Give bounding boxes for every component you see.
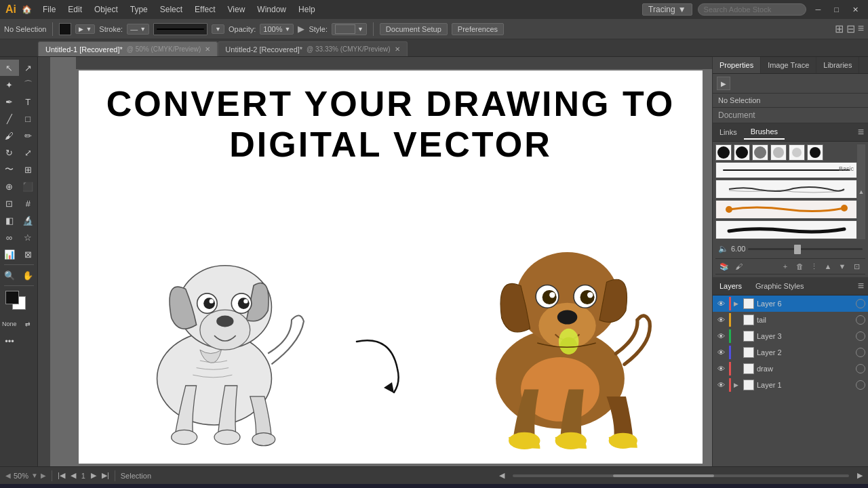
start-button[interactable]: ⊞ — [3, 485, 21, 488]
layer-expand-0[interactable]: ▶ — [734, 300, 741, 307]
canvas[interactable]: CONVERT YOUR DRAWING TO DIGITAL VECTOR — [79, 70, 703, 464]
perspective-tool[interactable]: ⊡ — [0, 195, 19, 211]
menu-type[interactable]: Type — [125, 3, 153, 16]
brush-swatch-6[interactable] — [807, 144, 823, 161]
layer-item-4[interactable]: 👁 draw — [713, 361, 868, 377]
layer-circle-5[interactable] — [856, 380, 865, 390]
properties-tab[interactable]: Properties — [713, 57, 761, 73]
scale-tool[interactable]: ⤢ — [19, 144, 38, 161]
size-thumb[interactable] — [794, 245, 801, 254]
dark-brush-preview[interactable] — [715, 220, 857, 239]
layer-circle-2[interactable] — [856, 331, 865, 341]
fill-swatch[interactable] — [59, 23, 71, 35]
search-taskbar-button[interactable]: 🔍 — [22, 485, 42, 488]
zoom-dropdown-button[interactable]: ▼ — [31, 472, 38, 479]
brush-lib-btn[interactable]: 📚 — [718, 260, 730, 272]
search-input[interactable] — [698, 3, 806, 16]
nav-first-button[interactable]: |◀ — [58, 471, 65, 480]
symbol-tool[interactable]: ☆ — [19, 229, 38, 245]
layer-item-3[interactable]: 👁 Layer 2 — [713, 344, 868, 361]
rotate-tool[interactable]: ↻ — [0, 144, 19, 161]
paintbrush-tool[interactable]: 🖌 — [0, 127, 19, 144]
layer-circle-1[interactable] — [856, 315, 865, 325]
h-scroll-thumb[interactable] — [613, 474, 714, 477]
magic-wand-tool[interactable]: ✦ — [0, 77, 19, 93]
menu-view[interactable]: View — [222, 3, 251, 16]
slice-tool[interactable]: ⊠ — [19, 246, 38, 262]
close-tab-1[interactable]: ✕ — [205, 45, 210, 53]
menu-select[interactable]: Select — [155, 3, 188, 16]
home-icon[interactable]: 🏠 — [22, 5, 32, 14]
layer-item-2[interactable]: 👁 Layer 3 — [713, 328, 868, 344]
restore-button[interactable]: □ — [830, 5, 843, 14]
layer-circle-3[interactable] — [856, 348, 865, 357]
nav-last-button[interactable]: ▶| — [102, 471, 109, 480]
panel-arrange-icon[interactable]: ⊞ — [835, 22, 844, 35]
close-button[interactable]: ✕ — [848, 5, 863, 14]
menu-object[interactable]: Object — [89, 3, 123, 16]
layer-eye-1[interactable]: 👁 — [715, 314, 726, 325]
layer-item-0[interactable]: 👁 ▶ Layer 6 — [713, 296, 868, 312]
layer-item-1[interactable]: 👁 tail — [713, 312, 868, 328]
panel-options-icon[interactable]: ≡ — [858, 22, 864, 35]
minimize-button[interactable]: ─ — [812, 5, 825, 14]
menu-window[interactable]: Window — [252, 3, 292, 16]
close-tab-2[interactable]: ✕ — [395, 45, 400, 53]
brushes-tab[interactable]: Brushes — [744, 125, 785, 140]
shape-builder-tool[interactable]: ⊕ — [0, 178, 19, 195]
free-transform-tool[interactable]: ⊞ — [19, 161, 38, 178]
hand-tool[interactable]: ✋ — [19, 267, 38, 283]
style-dropdown[interactable]: ▼ — [332, 23, 367, 35]
mesh-tool[interactable]: # — [19, 195, 38, 211]
layer-item-5[interactable]: 👁 ▶ Layer 1 — [713, 377, 868, 393]
graph-tool[interactable]: 📊 — [0, 246, 19, 262]
warp-tool[interactable]: 〜 — [0, 161, 19, 178]
doc-tab-1[interactable]: Untitled-1 [Recovered]* @ 50% (CMYK/Prev… — [38, 41, 218, 56]
panel-layout-icon[interactable]: ⊟ — [846, 22, 855, 35]
basic-brush-preview[interactable]: Basic — [715, 162, 857, 178]
gradient-tool[interactable]: ◧ — [0, 212, 19, 228]
opacity-next[interactable]: ▶ — [298, 24, 304, 34]
orange-brush-preview[interactable] — [715, 200, 857, 219]
menu-help[interactable]: Help — [293, 3, 321, 16]
layers-menu-icon[interactable]: ≡ — [854, 277, 868, 295]
opacity-dropdown[interactable]: 100% ▼ — [260, 24, 294, 35]
none-indicator[interactable]: None — [0, 316, 19, 332]
brush-scroll-up[interactable]: ▲ — [857, 144, 865, 239]
stroke-swatch[interactable] — [5, 291, 19, 304]
rect-tool[interactable]: □ — [19, 110, 38, 127]
brush-tool-btn[interactable]: 🖌 — [732, 260, 745, 272]
taskbar-illustrator[interactable]: Ai — [129, 485, 146, 488]
brush-swatch-4[interactable] — [770, 144, 787, 161]
eyedropper-tool[interactable]: 🔬 — [19, 212, 38, 228]
taskbar-chrome[interactable]: ⬤ — [107, 485, 127, 488]
move-up-btn[interactable]: ▲ — [822, 260, 834, 272]
layer-circle-4[interactable] — [856, 364, 865, 373]
layer-expand-5[interactable]: ▶ — [734, 382, 741, 388]
textured-brush-preview[interactable] — [715, 180, 857, 199]
fill-dropdown[interactable]: ▶ ▼ — [75, 24, 95, 34]
zoom-in-button[interactable]: ▶ — [41, 472, 46, 479]
brush-swatch-5[interactable] — [789, 144, 805, 161]
taskbar-ie[interactable]: 🌐 — [61, 485, 83, 488]
pencil-tool[interactable]: ✏ — [19, 127, 38, 144]
delete-brush-btn[interactable]: 🗑 — [793, 260, 806, 272]
document-setup-button[interactable]: Document Setup — [380, 23, 448, 35]
tracing-button[interactable]: Tracing ▼ — [642, 3, 692, 16]
zoom-out-button[interactable]: ◀ — [5, 472, 11, 479]
brush-zoom-btn[interactable]: ⊡ — [850, 260, 863, 272]
panel-play-button[interactable]: ▶ — [717, 77, 730, 90]
scroll-right[interactable]: ▶ — [857, 471, 863, 480]
new-brush-btn[interactable]: + — [779, 260, 791, 272]
nav-next-button[interactable]: ▶ — [91, 471, 96, 480]
zoom-control[interactable]: ◀ 50% ▼ ▶ — [5, 472, 46, 480]
doc-tab-2[interactable]: Untitled-2 [Recovered]* @ 33.33% (CMYK/P… — [218, 41, 407, 56]
layers-tab[interactable]: Layers — [713, 279, 749, 293]
layer-eye-5[interactable]: 👁 — [715, 380, 726, 390]
menu-edit[interactable]: Edit — [62, 3, 87, 16]
stroke-style-dropdown[interactable]: ▼ — [212, 24, 224, 34]
taskbar-explorer[interactable]: 📁 — [84, 485, 106, 488]
live-paint-tool[interactable]: ⬛ — [19, 178, 38, 195]
brush-swatch-3[interactable] — [752, 144, 768, 161]
layer-eye-0[interactable]: 👁 — [715, 298, 726, 309]
